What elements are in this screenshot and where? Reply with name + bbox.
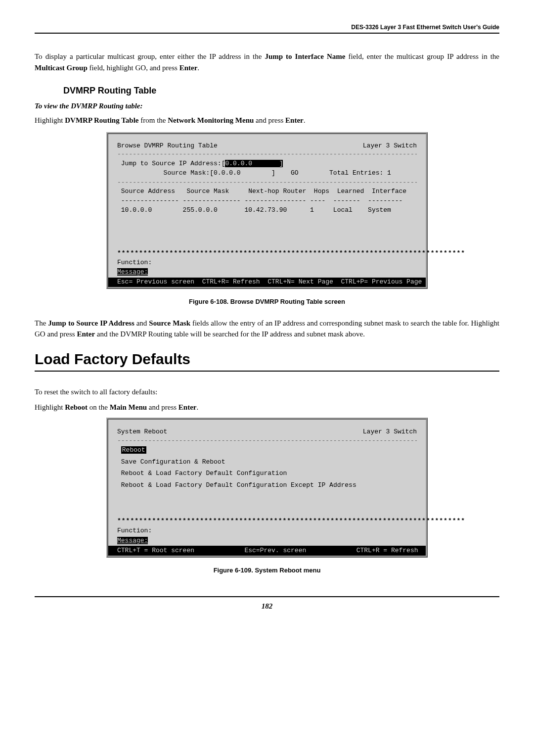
- term1-dash1: ----------------------------------------…: [117, 150, 417, 159]
- term2-bottom-bar: CTRL+T = Root screen Esc=Prev. screen CT…: [108, 546, 426, 556]
- instruction-1: Highlight DVMRP Routing Table from the N…: [35, 116, 499, 125]
- doc-header: DES-3326 Layer 3 Fast Ethernet Switch Us…: [35, 20, 499, 33]
- term1-message: Message:: [117, 268, 148, 276]
- term1-function: Function:: [117, 259, 417, 267]
- terminal-system-reboot: System Reboot Layer 3 Switch -----------…: [106, 418, 428, 557]
- p1-t1: To display a particular multicast group,…: [35, 52, 265, 60]
- figure-caption-109: Figure 6-109. System Reboot menu: [35, 567, 499, 574]
- paragraph-3: To reset the switch to all factory defau…: [35, 386, 499, 398]
- i2-b1: Reboot: [65, 403, 88, 411]
- i1-t4: .: [304, 116, 306, 124]
- figure-caption-108: Figure 6-108. Browse DVMRP Routing Table…: [35, 298, 499, 305]
- page-number: 182: [262, 602, 273, 610]
- term2-opt3[interactable]: Reboot & Load Factory Default Configurat…: [117, 469, 417, 478]
- p2-b3: Enter: [77, 330, 95, 338]
- term2-dash1: ----------------------------------------…: [117, 436, 417, 445]
- term2-opt2[interactable]: Save Configuration & Reboot: [117, 458, 417, 467]
- term1-underlines: --------------- --------------- --------…: [117, 197, 417, 205]
- i1-t3: and press: [254, 116, 285, 124]
- paragraph-2: The Jump to Source IP Address and Source…: [35, 318, 499, 340]
- p2-b1: Jump to Source IP Address: [48, 319, 134, 327]
- term2-opt-loaddefault: Reboot & Load Factory Default Configurat…: [121, 470, 287, 477]
- i1-t2: from the: [138, 116, 168, 124]
- term1-headers: Source Address Source Mask Next-hop Rout…: [117, 188, 417, 196]
- p1-t2: field, enter the multicast group IP addr…: [345, 52, 499, 60]
- term2-title-left: System Reboot: [117, 427, 167, 436]
- i2-t4: .: [197, 403, 199, 411]
- term2-stars: ****************************************…: [117, 517, 417, 525]
- page-footer: 182: [35, 596, 499, 611]
- p1-b1: Jump to Interface Name: [265, 52, 345, 60]
- term1-dash2: ----------------------------------------…: [117, 179, 417, 187]
- i2-t3: and press: [147, 403, 178, 411]
- header-rule: [35, 33, 499, 34]
- section-heading-dvmrp: DVMRP Routing Table: [63, 86, 499, 96]
- term1-stars: ****************************************…: [117, 249, 417, 258]
- term2-title-right: Layer 3 Switch: [363, 427, 417, 436]
- p1-b2: Multicast Group: [35, 64, 88, 72]
- p1-b3: Enter: [179, 64, 198, 72]
- p1-t4: .: [197, 64, 199, 72]
- p1-t3: field, highlight GO, and press: [88, 64, 179, 72]
- term1-ip-input[interactable]: 0.0.0.0: [225, 160, 252, 167]
- term2-bottom-mid: Esc=Prev. screen: [244, 547, 306, 554]
- term2-opt-save: Save Configuration & Reboot: [121, 458, 225, 466]
- term2-bottom-right: CTRL+R = Refresh: [356, 547, 418, 554]
- p2-t2: and: [134, 319, 149, 327]
- i1-t1: Highlight: [35, 116, 65, 124]
- i2-b2: Main Menu: [110, 403, 147, 411]
- term1-bottom-bar: Esc= Previous screen CTRL+R= Refresh CTR…: [108, 278, 426, 287]
- term2-opt-loaddefault-exceptip: Reboot & Load Factory Default Configurat…: [121, 481, 356, 489]
- term2-bottom-left: CTRL+T = Root screen: [117, 547, 194, 554]
- i1-b2: Network Monitoring Menu: [168, 116, 254, 124]
- instruction-2: Highlight Reboot on the Main Menu and pr…: [35, 403, 499, 412]
- term1-data-row: 10.0.0.0 255.0.0.0 10.42.73.90 1 Local S…: [117, 206, 417, 215]
- term1-ip-pad[interactable]: ]: [252, 160, 283, 167]
- terminal-dvmrp-routing: Browse DVMRP Routing Table Layer 3 Switc…: [106, 132, 428, 289]
- p2-b2: Source Mask: [149, 319, 190, 327]
- term2-message: Message:: [117, 537, 148, 544]
- i2-t2: on the: [88, 403, 110, 411]
- main-heading-load-defaults: Load Factory Defaults: [35, 351, 499, 372]
- term1-jump-line: Jump to Source IP Address:[0.0.0.0 ]: [117, 160, 417, 168]
- i2-b3: Enter: [178, 403, 197, 411]
- term2-opt-reboot[interactable]: Reboot: [121, 446, 146, 454]
- subhead-view-dvmrp: To view the DVMRP Routing table:: [35, 102, 499, 110]
- i1-b3: Enter: [285, 116, 304, 124]
- term1-jump-label: Jump to Source IP Address:[: [121, 160, 225, 167]
- p2-t4: and the DVMRP Routing table will be sear…: [95, 330, 365, 338]
- term2-opt4[interactable]: Reboot & Load Factory Default Configurat…: [117, 481, 417, 490]
- paragraph-1: To display a particular multicast group,…: [35, 51, 499, 73]
- i1-b1: DVMRP Routing Table: [65, 116, 138, 124]
- term2-opt1-row: Reboot: [117, 446, 417, 455]
- term2-function: Function:: [117, 526, 417, 535]
- term1-mask-line: Source Mask:[0.0.0.0 ] GO Total Entries:…: [117, 169, 417, 178]
- i2-t1: Highlight: [35, 403, 65, 411]
- term1-title-right: Layer 3 Switch: [363, 142, 417, 150]
- p2-t1: The: [35, 319, 48, 327]
- term1-title-left: Browse DVMRP Routing Table: [117, 142, 218, 150]
